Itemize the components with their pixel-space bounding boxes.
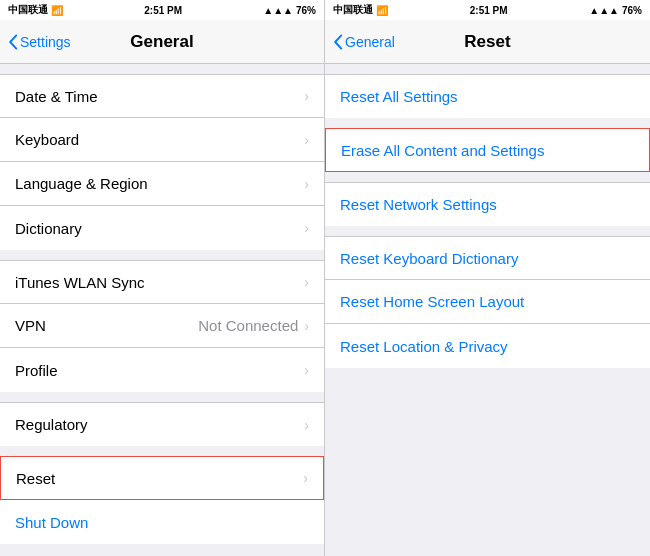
group-3: Regulatory › <box>0 402 324 446</box>
status-right-left: ▲▲▲ 76% <box>263 5 316 16</box>
reset-homescreen-row[interactable]: Reset Home Screen Layout <box>325 280 650 324</box>
status-left-right: 中国联通 📶 <box>333 3 388 17</box>
row-label: Language & Region <box>15 175 304 192</box>
nav-title-left: General <box>130 32 193 52</box>
row-label: iTunes WLAN Sync <box>15 274 304 291</box>
wifi-icon: 📶 <box>51 5 63 16</box>
row-label: Regulatory <box>15 416 304 433</box>
reset-homescreen-label: Reset Home Screen Layout <box>340 293 635 310</box>
row-label: Keyboard <box>15 131 304 148</box>
reset-network-label: Reset Network Settings <box>340 196 635 213</box>
chevron-icon: › <box>304 176 309 192</box>
carrier-left: 中国联通 <box>8 3 48 17</box>
left-panel: 中国联通 📶 2:51 PM ▲▲▲ 76% Settings General … <box>0 0 325 556</box>
list-item[interactable]: Dictionary › <box>0 206 324 250</box>
reset-label: Reset <box>16 470 303 487</box>
chevron-icon: › <box>304 132 309 148</box>
status-bar-right: 中国联通 📶 2:51 PM ▲▲▲ 76% <box>325 0 650 20</box>
row-value: Not Connected <box>198 317 298 334</box>
signal-icon-right: ▲▲▲ <box>589 5 619 16</box>
reset-row[interactable]: Reset › <box>0 456 324 500</box>
nav-bar-right: General Reset <box>325 20 650 64</box>
reset-all-settings-row[interactable]: Reset All Settings <box>325 74 650 118</box>
battery-left: 76% <box>296 5 316 16</box>
signal-icon-left: ▲▲▲ <box>263 5 293 16</box>
reset-location-label: Reset Location & Privacy <box>340 338 635 355</box>
row-label: Date & Time <box>15 88 304 105</box>
erase-all-content-row[interactable]: Erase All Content and Settings <box>325 128 650 172</box>
list-item[interactable]: Language & Region › <box>0 162 324 206</box>
list-item[interactable]: Date & Time › <box>0 74 324 118</box>
list-item[interactable]: iTunes WLAN Sync › <box>0 260 324 304</box>
chevron-icon: › <box>304 88 309 104</box>
reset-group-1: Reset All Settings <box>325 74 650 118</box>
group-1: Date & Time › Keyboard › Language & Regi… <box>0 74 324 250</box>
reset-group-4: Reset Keyboard Dictionary Reset Home Scr… <box>325 236 650 368</box>
battery-right: 76% <box>622 5 642 16</box>
left-content: Date & Time › Keyboard › Language & Regi… <box>0 64 324 556</box>
carrier-right: 中国联通 <box>333 3 373 17</box>
chevron-icon: › <box>304 318 309 334</box>
reset-keyboard-label: Reset Keyboard Dictionary <box>340 250 635 267</box>
group-2: iTunes WLAN Sync › VPN Not Connected › P… <box>0 260 324 392</box>
shutdown-label: Shut Down <box>15 514 309 531</box>
list-item[interactable]: Keyboard › <box>0 118 324 162</box>
nav-bar-left: Settings General <box>0 20 324 64</box>
chevron-icon: › <box>304 274 309 290</box>
reset-keyboard-row[interactable]: Reset Keyboard Dictionary <box>325 236 650 280</box>
status-bar-left: 中国联通 📶 2:51 PM ▲▲▲ 76% <box>0 0 324 20</box>
back-label-left: Settings <box>20 34 71 50</box>
status-left: 中国联通 📶 <box>8 3 63 17</box>
reset-location-row[interactable]: Reset Location & Privacy <box>325 324 650 368</box>
row-label: Profile <box>15 362 304 379</box>
reset-network-row[interactable]: Reset Network Settings <box>325 182 650 226</box>
right-content: Reset All Settings Erase All Content and… <box>325 64 650 556</box>
list-item[interactable]: Regulatory › <box>0 402 324 446</box>
list-item[interactable]: Profile › <box>0 348 324 392</box>
back-button-right[interactable]: General <box>333 34 395 50</box>
nav-title-right: Reset <box>464 32 510 52</box>
row-label: VPN <box>15 317 198 334</box>
group-4: Reset › Shut Down <box>0 456 324 544</box>
chevron-icon: › <box>304 417 309 433</box>
right-panel: 中国联通 📶 2:51 PM ▲▲▲ 76% General Reset Res… <box>325 0 650 556</box>
shutdown-row[interactable]: Shut Down <box>0 500 324 544</box>
reset-group-2: Erase All Content and Settings <box>325 128 650 172</box>
time-right: 2:51 PM <box>470 5 508 16</box>
chevron-icon: › <box>304 362 309 378</box>
erase-all-content-label: Erase All Content and Settings <box>341 142 634 159</box>
status-right-right: ▲▲▲ 76% <box>589 5 642 16</box>
back-label-right: General <box>345 34 395 50</box>
reset-all-settings-label: Reset All Settings <box>340 88 635 105</box>
chevron-icon: › <box>304 220 309 236</box>
time-left: 2:51 PM <box>144 5 182 16</box>
back-button-left[interactable]: Settings <box>8 34 71 50</box>
wifi-icon-right: 📶 <box>376 5 388 16</box>
list-item[interactable]: VPN Not Connected › <box>0 304 324 348</box>
reset-group-3: Reset Network Settings <box>325 182 650 226</box>
chevron-icon: › <box>303 470 308 486</box>
row-label: Dictionary <box>15 220 304 237</box>
